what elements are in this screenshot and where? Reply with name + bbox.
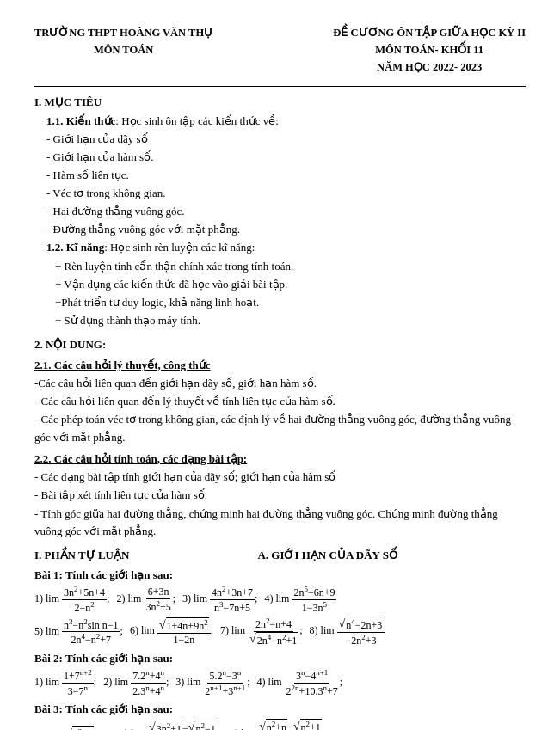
item-hamso-lienTuc: - Hàm số liên tục.: [46, 167, 526, 184]
header-left: TRƯỜNG THPT HOÀNG VĂN THỤ MÔN TOÁN: [34, 24, 212, 76]
b1r2-item5: 5) lim n3−n2sin n−1 2n4−n2+7 ;: [34, 617, 123, 647]
ki-nang-heading: 1.2. Kĩ năng: Học sinh rèn luyện các kĩ …: [34, 239, 526, 256]
doc-year: NĂM HỌC 2022- 2023: [333, 58, 526, 76]
item-vecto: - Véc tơ trong không gian.: [46, 185, 526, 202]
item-van-dung: + Vận dụng các kiến thức đã học vào giải…: [55, 276, 526, 293]
b2-item1: 1) lim 1+7n+2 3−7n ;: [34, 668, 96, 697]
item-can-than: + Rèn luyện tính cẩn thận chính xác tron…: [55, 258, 526, 275]
frac-6-3n: 6+3n 3n2+5: [144, 586, 172, 613]
lt-item1: -Các câu hỏi liên quan đến giới hạn dãy …: [34, 375, 526, 392]
cau-hoi-tinh-toan-label: 2.2. Các câu hỏi tính toán, các dạng bài…: [34, 452, 247, 465]
gioi-han-day-so-title: A. GIỚI HẠN CỦA DÃY SỐ: [129, 547, 526, 564]
b1r2-item7: 7) lim 2n2−n+4 √2n4−n2+1 ;: [220, 617, 303, 647]
tt-item3: - Tính góc giữa hai đường thẳng, chứng m…: [34, 506, 526, 540]
b1r2-item6: 6) lim √1+4n+9n2 1−2n ;: [130, 617, 213, 646]
frac-sqrtn2n-sqrtn21: √n2+n−√n2+1 √n2+3n−n: [257, 719, 323, 730]
subject-name: MÔN TOÁN: [34, 41, 212, 58]
b1r2-item8: 8) lim √n4−2n+3 −2n2+3: [310, 617, 385, 647]
kien-thuc-label: 1.1. Kiến thức: [46, 114, 115, 127]
bai3-row1: 1) lim( √n2+n−n); 2) lim √3n2+1−√n2−1 n …: [34, 719, 526, 730]
tu-luan-row: I. PHẦN TỰ LUẬN A. GIỚI HẠN CỦA DÃY SỐ: [34, 547, 526, 564]
b3-item2: 2) lim √3n2+1−√n2−1 n ;: [120, 721, 221, 730]
b1r1-item1: 1) lim 3n2+5n+4 2−n2 ;: [34, 585, 109, 614]
page: TRƯỜNG THPT HOÀNG VĂN THỤ MÔN TOÁN ĐỀ CƯ…: [0, 0, 560, 730]
item-duong-thang-mat-phang: - Đường thẳng vuông góc với mặt phẳng.: [46, 221, 526, 238]
ki-nang-label: 1.2. Kĩ năng: [46, 241, 104, 254]
noi-dung-title: 2. NỘI DUNG:: [34, 336, 526, 353]
frac-52n-3n: 5.2n−3n 2n+1+3n+1: [203, 668, 247, 697]
lt-item3: - Các phép toán véc tơ trong không gian,…: [34, 411, 526, 445]
frac-3n-4n1: 3n−4n+1 22n+10.3n+7: [285, 668, 340, 697]
bai2-row1: 1) lim 1+7n+2 3−7n ; 2) lim 7.2n+4n 2.3n…: [34, 668, 526, 697]
b2-item2: 2) lim 7.2n+4n 2.3n+4n ;: [103, 668, 169, 697]
bai3-title: Bài 3: Tính các giới hạn sau:: [34, 701, 526, 718]
kien-thuc-heading: 1.1. Kiến thức: Học sinh ôn tập các kiến…: [34, 113, 526, 130]
b2-item3: 3) lim 5.2n−3n 2n+1+3n+1 ;: [175, 668, 249, 697]
muc-tieu-title: I. MỤC TIÊU: [34, 94, 526, 111]
item-gioihan-hamso: - Giới hạn của hàm số.: [46, 149, 526, 166]
bai1-row2: 5) lim n3−n2sin n−1 2n4−n2+7 ; 6) lim √1…: [34, 617, 526, 647]
header-right: ĐỀ CƯƠNG ÔN TẬP GIỮA HỌC KỲ II MÔN TOÁN-…: [333, 24, 526, 76]
frac-3n2-5n4: 3n2+5n+4 2−n2: [62, 585, 107, 614]
doc-title: ĐỀ CƯƠNG ÔN TẬP GIỮA HỌC KỲ II: [333, 24, 526, 41]
header: TRƯỜNG THPT HOÀNG VĂN THỤ MÔN TOÁN ĐỀ CƯ…: [34, 24, 526, 76]
b2-item4: 4) lim 3n−4n+1 22n+10.3n+7 ;: [257, 668, 342, 697]
bai1-row1: 1) lim 3n2+5n+4 2−n2 ; 2) lim 6+3n 3n2+5…: [34, 585, 526, 614]
bai1-title: Bài 1: Tính các giới hạn sau:: [34, 567, 526, 584]
frac-4n2-3n7: 4n2+3n+7 n3−7n+5: [210, 585, 255, 614]
cau-hoi-tinh-toan-title: 2.2. Các câu hỏi tính toán, các dạng bài…: [34, 451, 526, 468]
doc-subject: MÔN TOÁN- KHỐI 11: [333, 41, 526, 58]
header-divider: [34, 86, 526, 87]
b1r1-item2: 2) lim 6+3n 3n2+5 ;: [116, 586, 175, 613]
phan-tu-luan-title: I. PHẦN TỰ LUẬN: [34, 547, 129, 564]
item-hai-duong-thang: - Hai đường thẳng vuông góc.: [46, 203, 526, 220]
frac-2n2-n4: 2n2−n+4 √2n4−n2+1: [248, 617, 299, 647]
frac-2n5-6n9: 2n5−6n+9 1−3n5: [292, 585, 336, 614]
frac-n3-sinn: n3−n2sin n−1 2n4−n2+7: [62, 617, 120, 647]
item-gioihan-dayso: - Giới hạn của dãy số: [46, 131, 526, 148]
item-su-dung: + Sử dụng thành thạo máy tính.: [55, 312, 526, 329]
item-phat-trien: +Phát triển tư duy logic, khả năng linh …: [55, 294, 526, 311]
b1r1-item4: 4) lim 2n5−6n+9 1−3n5: [264, 585, 336, 614]
frac-1-7n: 1+7n+2 3−7n: [62, 668, 94, 697]
frac-sqrt3n2-sqrtn2-1: √3n2+1−√n2−1 n: [147, 721, 218, 730]
frac-sqrt-n4-2n3: √n4−2n+3 −2n2+3: [337, 617, 385, 647]
bai2-title: Bài 2: Tính các giới hạn sau:: [34, 650, 526, 667]
tt-item1: - Các dạng bài tập tính giới hạn của dãy…: [34, 469, 526, 486]
ki-nang-desc: : Học sinh rèn luyện các kĩ năng:: [104, 241, 255, 254]
kien-thuc-desc: : Học sinh ôn tập các kiến thức về:: [115, 114, 278, 127]
b3-item3: 3) lim √n2+n−√n2+1 √n2+3n−n ;: [230, 719, 326, 730]
tt-item2: - Bài tập xét tính liên tục của hàm số.: [34, 487, 526, 504]
cau-hoi-ly-thuyet-label: 2.1. Các câu hỏi lý thuyết, công thức: [34, 359, 211, 371]
b3-item1: 1) lim( √n2+n−n);: [34, 726, 111, 730]
cau-hoi-ly-thuyet-title: 2.1. Các câu hỏi lý thuyết, công thức: [34, 357, 526, 374]
frac-sqrt1-4n: √1+4n+9n2 1−2n: [157, 617, 211, 646]
lt-item2: - Các câu hỏi liên quan đến lý thuyết về…: [34, 393, 526, 410]
frac-72n-4n: 7.2n+4n 2.3n+4n: [131, 668, 166, 697]
school-name: TRƯỜNG THPT HOÀNG VĂN THỤ: [34, 24, 212, 41]
b1r1-item3: 3) lim 4n2+3n+7 n3−7n+5 ;: [182, 585, 257, 614]
